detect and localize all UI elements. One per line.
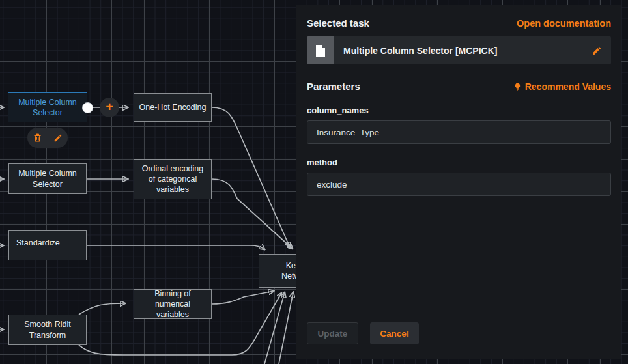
node-label: Binning of numerical variables xyxy=(138,288,207,320)
selected-task-title: Multiple Column Selector [MCPICK] xyxy=(334,46,592,56)
edge xyxy=(279,292,293,364)
cancel-button[interactable]: Cancel xyxy=(370,322,419,344)
node-multiple-column-selector-1[interactable]: Multiple Column Selector xyxy=(8,92,87,122)
parameters-header: Parameters Recommend Values xyxy=(307,81,611,92)
panel-header: Selected task Open documentation xyxy=(307,18,611,29)
node-ordinal-encoding[interactable]: Ordinal encoding of categorical variable… xyxy=(134,159,212,199)
recommend-values-label: Recommend Values xyxy=(525,81,611,92)
node-toolbar xyxy=(27,128,68,148)
add-node-button[interactable]: + xyxy=(100,98,119,117)
node-smooth-ridit-transform[interactable]: Smooth Ridit Transform xyxy=(8,315,87,345)
lightbulb-icon xyxy=(513,81,522,92)
parameters-title: Parameters xyxy=(307,81,360,92)
node-label: Standardize xyxy=(16,238,60,248)
edge xyxy=(87,245,264,249)
panel-title: Selected task xyxy=(307,18,369,29)
update-button[interactable]: Update xyxy=(307,322,358,344)
task-detail-panel: Selected task Open documentation Multipl… xyxy=(296,5,621,359)
node-multiple-column-selector-2[interactable]: Multiple Column Selector xyxy=(8,163,87,194)
node-one-hot-encoding[interactable]: One-Hot Encoding xyxy=(134,93,212,122)
node-label: Smooth Ridit Transform xyxy=(13,319,82,341)
edge xyxy=(212,107,290,247)
open-documentation-link[interactable]: Open documentation xyxy=(517,18,611,29)
selected-task-card[interactable]: Multiple Column Selector [MCPICK] xyxy=(307,36,611,64)
edge xyxy=(212,179,293,249)
document-icon xyxy=(307,36,334,64)
node-label: Multiple Column Selector xyxy=(12,97,83,119)
edge xyxy=(212,291,274,304)
node-label: Multiple Column Selector xyxy=(13,168,82,189)
method-input[interactable]: exclude xyxy=(307,173,611,196)
column-names-label: column_names xyxy=(307,105,611,115)
method-label: method xyxy=(307,158,611,167)
pencil-icon[interactable] xyxy=(53,133,63,143)
trash-icon[interactable] xyxy=(33,133,42,143)
node-label: Ordinal encoding of categorical variable… xyxy=(138,163,207,195)
node-standardize[interactable]: Standardize xyxy=(8,230,87,260)
edge xyxy=(79,303,125,315)
node-binning[interactable]: Binning of numerical variables xyxy=(134,289,212,319)
toolbar-divider xyxy=(48,132,48,143)
panel-actions: Update Cancel xyxy=(307,322,419,344)
column-names-input[interactable]: Insurance_Type xyxy=(307,120,611,144)
recommend-values-link[interactable]: Recommend Values xyxy=(513,81,611,92)
output-port[interactable] xyxy=(82,102,93,113)
node-label: One-Hot Encoding xyxy=(139,102,207,113)
pencil-icon[interactable] xyxy=(592,46,611,56)
edge xyxy=(264,292,285,364)
